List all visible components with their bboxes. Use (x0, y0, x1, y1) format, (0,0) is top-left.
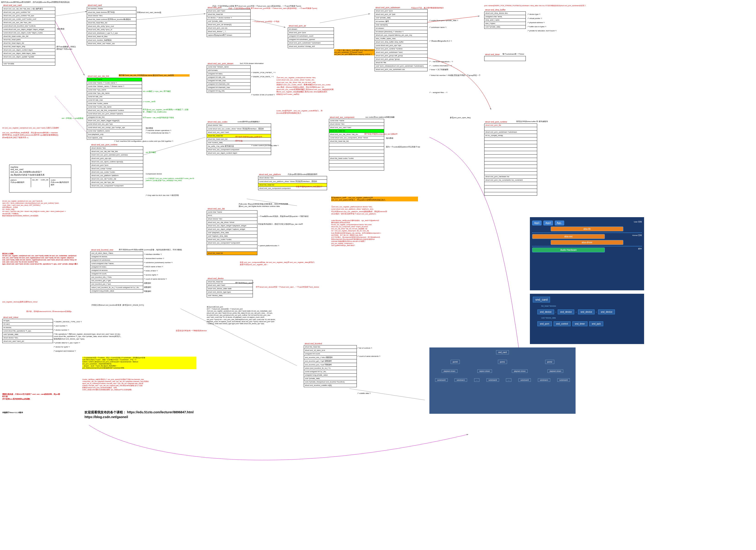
node: playback stream (512, 370, 528, 373)
row: int no_compat_mmap (484, 134, 537, 137)
label: void *device_data (541, 317, 642, 319)
row: const char *cpu_name (87, 88, 142, 92)
row: struct snd_soc_dai_link *dai_link (90, 150, 143, 153)
row: enum snd_soc_pcm_subclass pcm_subclass (90, 153, 143, 157)
row: struct snd_soc_dai_link *dai_link; |->处|… (3, 7, 55, 11)
row: struct snd_pcm_group *group (375, 58, 427, 61)
row (484, 127, 537, 130)
title: struct snd_soc_pcm_stream (207, 62, 234, 65)
row: struct snd_soc_codec *codec (207, 238, 257, 241)
row: bool capture_only (87, 136, 142, 139)
note: /* SoC machine DAI configuration, glues … (114, 140, 187, 142)
row (484, 158, 537, 161)
row: char name[32]; (375, 23, 427, 27)
row: struct list_head dapm_list (3, 42, 55, 45)
row: u64 formats; (207, 69, 250, 72)
note: /* 一共多少 输出 由pcm_new时确定name*/askcomment s… (334, 49, 375, 55)
row: struct device *dev; (3, 336, 53, 340)
snd-kcontrol-struct: struct snd_kcontrol struct list_head lis… (304, 345, 357, 387)
row: const char *platform_name (87, 129, 142, 133)
note: std一声明成---> prtd的数组 (62, 117, 83, 119)
title: struct snd_device (207, 277, 224, 280)
row: void *capture_dma_data (207, 234, 257, 238)
row: struct snd_pcm_runtime *runtime (375, 47, 427, 51)
title: struct snd_kcontrol_new (90, 248, 114, 251)
row: struct snd_soc_card *card (207, 131, 271, 134)
node: substream1 (538, 378, 550, 382)
row: struct list_head codec_dev_list (3, 35, 55, 38)
note: std 用于确定 (146, 151, 156, 154)
row: int stream [direction]; /* direction */ (375, 30, 427, 34)
note: 表示pcm,表示snd_pcm 对于一个struct snd_device对应一… (207, 306, 367, 325)
note: 对于name + dai_link值等给的这个领域 (143, 117, 188, 119)
row: struct snd_monitor_file的链表 (87, 38, 136, 42)
note: /* linked list member */ 串成链.意思是不同的一个gro… (429, 74, 498, 77)
row (484, 148, 537, 151)
note: /* access rights */ (144, 274, 158, 276)
layer: alsa-driver (551, 240, 623, 245)
row: struct snd_pcm_hardware hw (484, 175, 537, 178)
row: struct device *dev; (87, 14, 136, 18)
row: snd_kcontrol_info_t *info; (90, 276, 143, 279)
note: /* ASCII name of item */ (144, 265, 163, 268)
row: struct list_head files_list (87, 21, 136, 25)
row: struct snd_pcm *pcm (90, 164, 143, 167)
note: /* device/client number */ (144, 257, 164, 260)
title: struct snd_kcontrol (304, 342, 323, 345)
row: unsigned int dai_fmt; (87, 116, 142, 119)
row: const char *name; (87, 78, 142, 81)
note: 几int snd_soc_register_codec(struct devic… (276, 77, 372, 95)
note: |=>codec_dai等 (143, 101, 156, 103)
note: /* list of controls */ (357, 347, 372, 349)
note: /* -- assigned files -- */ (429, 91, 447, 94)
row: struct snd_pcm_str stream[2] (207, 23, 250, 27)
title: struct snd_soc_component (329, 116, 355, 119)
label: 硬件 (638, 247, 642, 252)
row: enum snd_device_type type; (207, 291, 253, 294)
row (3, 59, 55, 62)
row: struct snd_pcm_substream *substream (484, 130, 537, 134)
note: 用于串连 申链到component_list 注册表中 (364, 133, 410, 135)
row: struct list_head dai_list; (329, 140, 384, 143)
note: /* device type */ (528, 13, 540, 16)
snd-soc-component-struct: struct snd_soc_component const char *nam… (329, 119, 384, 170)
snd-soc-card-title: struct snd_soc_card (3, 4, 22, 7)
node: snd_device (537, 310, 554, 314)
note: /* subdevice (substream) number */ (144, 261, 172, 264)
row: const struct file_operations *f_ops; (3, 330, 53, 333)
footer-course: 欢迎观看我发布的各个课程： https://edu.51cto.com/lect… (85, 410, 194, 415)
row: unsigned int channels_min (207, 82, 250, 86)
note: 一个struct snd_pcm对应一个号的 (252, 21, 279, 23)
row: struct snd_ctl_elem_id id (304, 349, 357, 352)
row: int device; /* device number */ (207, 16, 250, 20)
row: const struct snd_soc_dapm_route *dapm_ro… (3, 31, 55, 35)
note: /* virtual pointer */ (528, 17, 542, 20)
label: Kernel 空间 (632, 234, 642, 239)
row: struct snd_dma_device dev; (484, 12, 526, 15)
node: capture stream (477, 370, 492, 373)
note: /* copied from pcm->private_data */ (429, 19, 458, 22)
row: struct snd_soc_dapm_widget *capture_widg… (207, 228, 257, 231)
row: bool playback_only (87, 133, 142, 136)
row: const struct snd_soc_dapm_widget *dapm_w… (3, 28, 55, 31)
app: App1 (532, 220, 542, 225)
row: unsigned int count; (304, 352, 357, 356)
row: enum snd_soc_dapm_trigger trigger[2] (87, 119, 142, 122)
row: struct snd_info_entry *proc_root (87, 25, 136, 28)
note: 指向数组 (386, 137, 393, 139)
snd-card-struct: struct snd_card int number; //index stru… (87, 7, 136, 45)
note: 一个dai集和codec对应的，而是和dai对应cpuDAI一个数字标识 (258, 215, 327, 217)
row: void *private_data; (304, 377, 357, 380)
title: struct snd_soc_platform (258, 173, 282, 176)
snd-pcm-runtime-struct: struct snd_pcm_runtime struct snd_pcm_fi… (484, 123, 537, 196)
note: std--std确定 |=>cpu_dai | 用于确定 (143, 90, 184, 93)
note: /* device for sysfs */ (54, 346, 70, 348)
note: /* interface identifier */ (144, 253, 162, 255)
row: const char *stream_name; /* Stream name … (87, 85, 142, 88)
note: 对于struct snd_device对应一个struct snd_card，一… (256, 286, 347, 288)
row: const unsigned char *name; (90, 262, 143, 265)
svg-line-5 (320, 14, 370, 23)
row: struct snd_soc_card *card (329, 126, 384, 129)
row: struct fid *file (375, 61, 427, 64)
row: const int rate_min (87, 95, 142, 98)
